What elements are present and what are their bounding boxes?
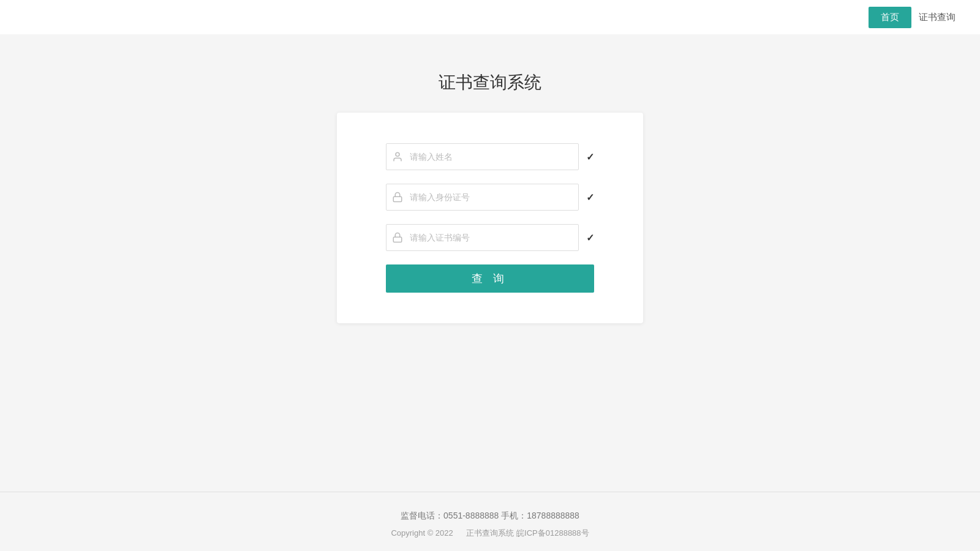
query-button[interactable]: 查 询 — [386, 264, 594, 293]
copyright-text: Copyright © 2022 — [391, 528, 453, 538]
id-input[interactable] — [386, 184, 579, 211]
id-input-wrapper — [386, 184, 579, 211]
cert-input-row: ✓ — [386, 224, 594, 251]
name-input-row: ✓ — [386, 143, 594, 170]
page-title: 证书查询系统 — [439, 71, 541, 94]
cert-check-icon: ✓ — [586, 232, 594, 244]
home-nav-button[interactable]: 首页 — [869, 7, 911, 28]
main-content: 证书查询系统 ✓ ✓ — [0, 34, 980, 492]
lock-icon-cert — [392, 232, 403, 243]
svg-rect-2 — [393, 237, 402, 242]
svg-rect-1 — [393, 197, 402, 201]
cert-number-input[interactable] — [386, 224, 579, 251]
svg-point-0 — [396, 152, 399, 156]
footer-contact: 监督电话：0551-8888888 手机：18788888888 — [0, 511, 980, 522]
user-icon — [392, 151, 403, 162]
name-input-wrapper — [386, 143, 579, 170]
footer-copyright: Copyright © 2022 正书查询系统 皖ICP备01288888号 — [0, 528, 980, 539]
cert-query-nav-button[interactable]: 证书查询 — [919, 12, 956, 23]
navbar: 首页 证书查询 — [0, 0, 980, 34]
icp-text: 正书查询系统 皖ICP备01288888号 — [466, 528, 589, 538]
cert-input-wrapper — [386, 224, 579, 251]
id-check-icon: ✓ — [586, 192, 594, 203]
name-check-icon: ✓ — [586, 151, 594, 163]
search-form-card: ✓ ✓ ✓ 查 询 — [337, 113, 643, 323]
name-input[interactable] — [386, 143, 579, 170]
lock-icon-id — [392, 192, 403, 203]
footer: 监督电话：0551-8888888 手机：18788888888 Copyrig… — [0, 492, 980, 551]
id-input-row: ✓ — [386, 184, 594, 211]
